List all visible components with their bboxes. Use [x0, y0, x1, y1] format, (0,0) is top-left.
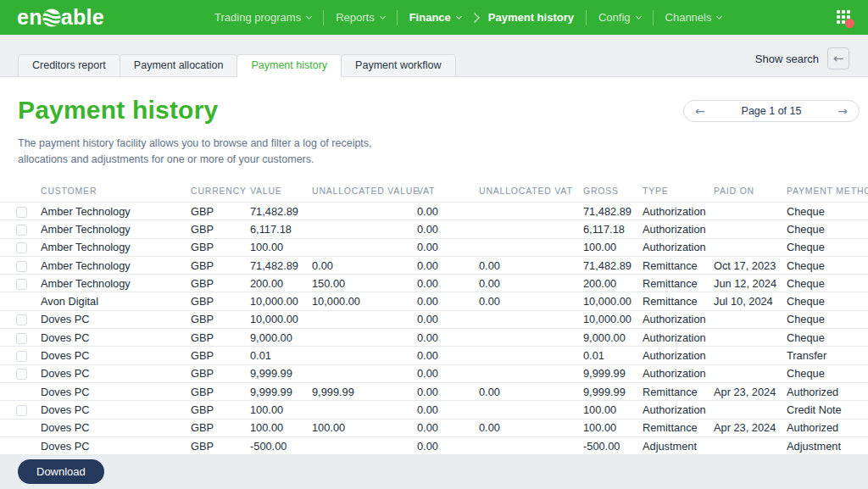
cell-payment-method: Cheque: [787, 275, 868, 292]
cell-value: 100.00: [250, 238, 312, 256]
cell-payment-method: Cheque: [787, 238, 868, 256]
row-checkbox[interactable]: [16, 261, 27, 272]
description-line: allocations and adjustments for one or m…: [18, 152, 868, 168]
cell-customer: Amber Technology: [41, 256, 191, 274]
cell-currency: GBP: [191, 275, 250, 292]
nav-item-payment-history[interactable]: Payment history: [476, 11, 586, 24]
cell-paid-on: Apr 23, 2024: [714, 419, 787, 436]
cell-payment-method: Cheque: [787, 329, 868, 347]
tab-payment-allocation[interactable]: Payment allocation: [120, 54, 238, 77]
column-header-unallocated-value: UNALLOCATED VALUE: [312, 186, 417, 203]
cell-unallocated-value: [312, 347, 417, 364]
page-indicator: Page 1 of 15: [742, 105, 802, 117]
table-row: Doves PCGBP100.000.00100.00Authorization…: [0, 401, 868, 419]
cell-value: 100.00: [250, 419, 312, 436]
cell-paid-on: [714, 347, 787, 364]
nav-item-finance[interactable]: Finance: [398, 11, 473, 24]
description-line: The payment history facility allows you …: [18, 136, 868, 152]
table-row: Amber TechnologyGBP100.000.00100.00Autho…: [0, 238, 868, 256]
cell-payment-method: Cheque: [787, 310, 868, 328]
app-launcher-button[interactable]: [837, 10, 851, 25]
next-page-button[interactable]: →: [837, 105, 848, 117]
cell-currency: GBP: [191, 436, 250, 454]
tab-payment-workflow[interactable]: Payment workflow: [341, 54, 455, 77]
row-checkbox[interactable]: [16, 369, 27, 380]
tab-payment-history[interactable]: Payment history: [236, 54, 342, 77]
main-nav: Trading programsReportsFinancePayment hi…: [203, 10, 733, 25]
row-checkbox[interactable]: [16, 314, 27, 325]
cell-currency: GBP: [191, 401, 250, 419]
show-search-toggle-button[interactable]: ←: [827, 47, 849, 69]
row-checkbox[interactable]: [16, 225, 27, 236]
nav-item-config[interactable]: Config: [587, 11, 653, 24]
row-select-cell: [0, 401, 41, 419]
cell-currency: GBP: [191, 310, 250, 328]
table-row: Doves PCGBP9,000.000.009,000.00Authoriza…: [0, 329, 868, 347]
cell-value: 10,000.00: [250, 310, 312, 328]
cell-gross: 100.00: [583, 238, 643, 256]
row-checkbox[interactable]: [16, 333, 27, 344]
cell-type: Authorization: [643, 310, 714, 328]
cell-customer: Doves PC: [41, 347, 191, 364]
table-row: Amber TechnologyGBP6,117.180.006,117.18A…: [0, 220, 868, 238]
tab-bar: Creditors reportPayment allocationPaymen…: [0, 35, 868, 77]
cell-paid-on: [714, 238, 787, 256]
row-checkbox[interactable]: [16, 351, 27, 362]
cell-type: Authorization: [643, 347, 714, 364]
cell-currency: GBP: [191, 220, 250, 238]
cell-unallocated-value: [312, 436, 417, 454]
nav-item-reports[interactable]: Reports: [324, 11, 397, 24]
cell-unallocated-vat: [479, 347, 583, 364]
column-header-currency: CURRENCY: [191, 186, 250, 203]
column-header-gross: GROSS: [583, 186, 643, 203]
row-select-cell: [0, 347, 41, 364]
cell-type: Remittance: [643, 256, 714, 274]
table-row: Amber TechnologyGBP71,482.890.000.000.00…: [0, 256, 868, 274]
row-checkbox[interactable]: [16, 405, 27, 416]
cell-unallocated-value: [312, 238, 417, 256]
row-select-cell: [0, 419, 41, 436]
app-header: en able Trading programsReportsFinancePa…: [0, 0, 868, 35]
cell-gross: 9,999.99: [583, 364, 643, 382]
cell-unallocated-vat: 0.00: [479, 382, 583, 400]
cell-value: 9,999.99: [250, 364, 312, 382]
row-checkbox[interactable]: [16, 279, 27, 290]
cell-value: 6,117.18: [250, 220, 312, 238]
nav-item-trading-programs[interactable]: Trading programs: [203, 11, 323, 24]
arrow-left-icon: ←: [833, 51, 844, 66]
table-row: Doves PCGBP10,000.000.0010,000.00Authori…: [0, 310, 868, 328]
cell-type: Adjustment: [643, 436, 714, 454]
cell-paid-on: [714, 401, 787, 419]
brand-logo[interactable]: en able: [17, 7, 104, 28]
column-header-value: VALUE: [250, 186, 312, 203]
cell-type: Authorization: [643, 220, 714, 238]
cell-type: Remittance: [643, 382, 714, 400]
cell-paid-on: Jul 10, 2024: [714, 292, 787, 310]
cell-gross: 6,117.18: [583, 220, 643, 238]
cell-customer: Doves PC: [41, 310, 191, 328]
cell-customer: Amber Technology: [41, 203, 191, 220]
cell-unallocated-vat: 0.00: [479, 292, 583, 310]
cell-paid-on: [714, 329, 787, 347]
payment-history-table: CUSTOMERCURRENCYVALUEUNALLOCATED VALUEVA…: [0, 186, 868, 454]
cell-gross: 10,000.00: [583, 310, 643, 328]
row-checkbox[interactable]: [16, 207, 27, 218]
cell-payment-method: Cheque: [787, 220, 868, 238]
previous-page-button[interactable]: ←: [695, 105, 705, 117]
cell-type: Remittance: [643, 292, 714, 310]
cell-vat: 0.00: [417, 310, 479, 328]
cell-vat: 0.00: [417, 347, 479, 364]
row-select-cell: [0, 382, 41, 400]
cell-customer: Avon Digital: [41, 292, 191, 310]
cell-vat: 0.00: [417, 329, 479, 347]
cell-value: 100.00: [250, 401, 312, 419]
tab-creditors-report[interactable]: Creditors report: [18, 54, 120, 77]
cell-paid-on: [714, 220, 787, 238]
download-button[interactable]: Download: [18, 459, 104, 484]
cell-unallocated-vat: [479, 203, 583, 220]
row-checkbox[interactable]: [16, 242, 27, 253]
nav-item-channels[interactable]: Channels: [654, 11, 734, 24]
cell-unallocated-vat: 0.00: [479, 256, 583, 274]
nav-item-label: Reports: [336, 11, 375, 24]
cell-type: Authorization: [643, 238, 714, 256]
